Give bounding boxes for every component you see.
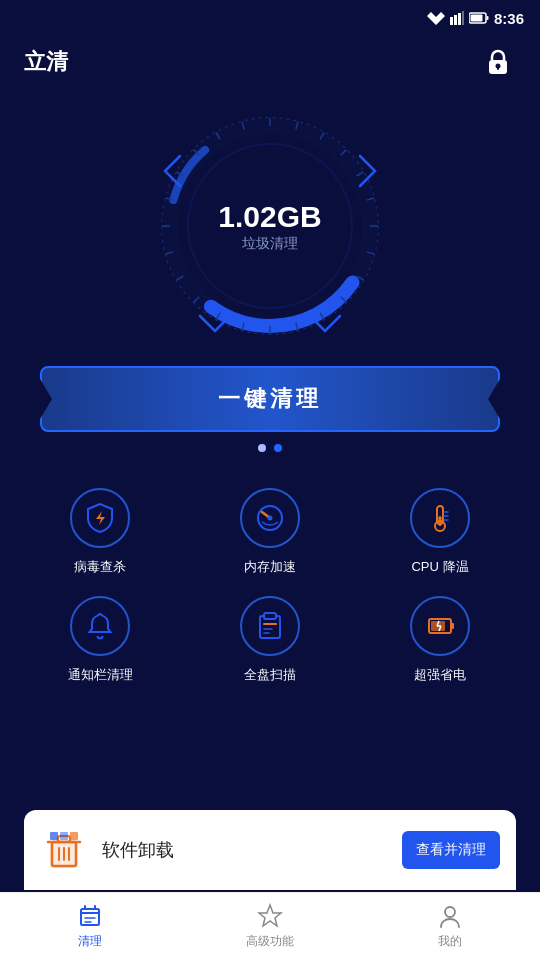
features-section: 病毒查杀 内存加速 [0,468,540,694]
trash-icon [42,828,86,872]
svg-rect-68 [70,832,78,840]
feature-label-battery: 超强省电 [414,666,466,684]
svg-rect-54 [451,623,454,629]
svg-rect-7 [470,15,482,22]
thermometer-icon [424,502,456,534]
lock-button[interactable] [480,44,516,80]
btn-section: 一键清理 [0,366,540,468]
svg-point-76 [445,907,455,917]
feature-label-notify: 通知栏清理 [68,666,133,684]
nav-mine[interactable]: 我的 [360,895,540,958]
svg-rect-6 [486,16,488,20]
svg-marker-75 [259,905,281,926]
svg-rect-10 [497,67,499,70]
battery-icon [424,610,456,642]
svg-point-41 [268,516,273,521]
app-title: 立清 [24,47,68,77]
dot-1 [258,444,266,452]
feature-memory[interactable]: 内存加速 [190,488,350,576]
clean-button[interactable]: 一键清理 [40,366,500,432]
nav-clean-icon [77,903,103,929]
nav-advanced[interactable]: 高级功能 [180,895,360,958]
header: 立清 [0,36,540,96]
nav-advanced-icon [257,903,283,929]
feature-label-memory: 内存加速 [244,558,296,576]
circle-container: 1.02GB 垃圾清理 [150,106,390,346]
svg-rect-49 [264,613,276,619]
nav-advanced-label: 高级功能 [246,933,294,950]
shield-bolt-icon [84,502,116,534]
notify-icon-wrap [70,596,130,656]
memory-icon-wrap [240,488,300,548]
page-dots [258,444,282,452]
circle-section: 1.02GB 垃圾清理 [0,96,540,366]
clipboard-icon [254,610,286,642]
signal-icon [450,11,464,25]
speedometer-icon [254,502,286,534]
battery-status-icon [469,12,489,24]
svg-rect-3 [458,13,461,25]
feature-virus[interactable]: 病毒查杀 [20,488,180,576]
feature-battery[interactable]: 超强省电 [360,596,520,684]
feature-label-virus: 病毒查杀 [74,558,126,576]
feature-label-cpu: CPU 降温 [411,558,468,576]
nav-clean[interactable]: 清理 [0,895,180,958]
nav-mine-icon [437,903,463,929]
bottom-card: 软件卸载 查看并清理 [24,810,516,890]
status-time: 8:36 [494,10,524,27]
dot-2 [274,444,282,452]
wifi-icon [427,11,445,25]
battery-icon-wrap [410,596,470,656]
bottom-nav: 清理 高级功能 我的 [0,892,540,960]
feature-scan[interactable]: 全盘扫描 [190,596,350,684]
feature-cpu[interactable]: CPU 降温 [360,488,520,576]
features-grid: 病毒查杀 内存加速 [20,488,520,684]
view-clean-button[interactable]: 查看并清理 [402,831,500,869]
svg-marker-0 [427,12,445,25]
scan-icon-wrap [240,596,300,656]
circle-center: 1.02GB 垃圾清理 [218,200,321,253]
nav-clean-label: 清理 [78,933,102,950]
feature-notify[interactable]: 通知栏清理 [20,596,180,684]
status-bar: 8:36 [0,0,540,36]
virus-icon-wrap [70,488,130,548]
circle-label: 垃圾清理 [242,235,298,251]
uninstall-title: 软件卸载 [102,838,388,862]
feature-label-scan: 全盘扫描 [244,666,296,684]
uninstall-icon [40,826,88,874]
lock-icon [485,48,511,76]
svg-rect-44 [439,516,442,526]
bell-icon [84,610,116,642]
svg-rect-2 [454,15,457,25]
nav-mine-label: 我的 [438,933,462,950]
cpu-icon-wrap [410,488,470,548]
svg-rect-67 [60,832,68,840]
svg-rect-66 [50,832,58,840]
svg-rect-4 [462,11,464,25]
svg-rect-1 [450,17,453,25]
circle-value: 1.02GB [218,200,321,234]
status-icons: 8:36 [427,10,524,27]
